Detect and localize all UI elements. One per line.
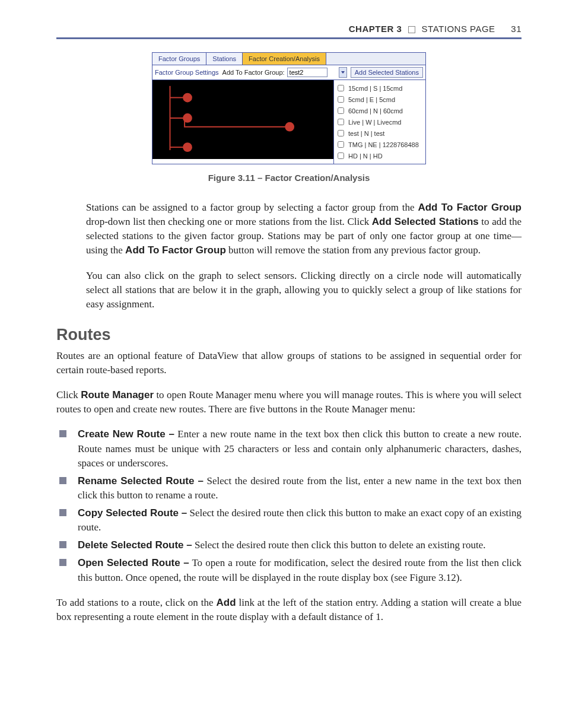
- station-label: 5cmd | E | 5cmd: [348, 96, 395, 103]
- station-label: test | N | test: [348, 130, 384, 137]
- list-item-title: Delete Selected Route –: [78, 539, 192, 551]
- tab-factor-creation-analysis[interactable]: Factor Creation/Analysis: [243, 53, 326, 65]
- station-row: 5cmd | E | 5cmd: [335, 94, 424, 105]
- list-item: Copy Selected Route – Select the desired…: [56, 506, 522, 535]
- paragraph: To add stations to a route, click on the…: [56, 596, 522, 624]
- tab-stations[interactable]: Stations: [206, 53, 243, 65]
- bullet-list: Create New Route – Enter a new route nam…: [56, 427, 522, 584]
- svg-point-0: [183, 93, 192, 103]
- bullet-square-icon: [59, 509, 66, 516]
- dropdown-arrow-icon[interactable]: [339, 67, 347, 78]
- svg-point-3: [183, 142, 192, 152]
- text: button will remove the station from any …: [226, 244, 481, 256]
- station-row: TMG | NE | 1228768488: [335, 139, 424, 150]
- station-label: 60cmd | N | 60cmd: [348, 107, 403, 115]
- figure-toolbar: Factor Group Settings Add To Factor Grou…: [152, 65, 425, 80]
- station-checkbox[interactable]: [338, 96, 344, 103]
- paragraph: Routes are an optional feature of DataVi…: [56, 349, 522, 377]
- list-item-title: Open Selected Route –: [78, 557, 189, 568]
- text: drop-down list then checking one or more…: [86, 216, 372, 227]
- station-label: 15cmd | S | 15cmd: [348, 85, 402, 92]
- bullet-square-icon: [59, 541, 66, 548]
- bold-term: Route Manager: [81, 389, 154, 400]
- list-item: Open Selected Route – To open a route fo…: [56, 556, 522, 584]
- text: Stations can be assigned to a factor gro…: [86, 202, 418, 213]
- figure-screenshot: Factor Groups Stations Factor Creation/A…: [152, 52, 426, 164]
- station-label: Live | W | Livecmd: [348, 119, 401, 126]
- station-checkbox[interactable]: [338, 107, 344, 114]
- list-item-title: Create New Route –: [78, 428, 174, 440]
- svg-point-2: [285, 122, 294, 132]
- list-item: Rename Selected Route – Select the desir…: [56, 474, 522, 503]
- bullet-square-icon: [59, 559, 66, 566]
- station-row: 15cmd | S | 15cmd: [335, 82, 424, 94]
- station-row: 60cmd | N | 60cmd: [335, 105, 424, 116]
- station-row: test | N | test: [335, 128, 424, 139]
- toolbar-link[interactable]: Factor Group Settings: [155, 69, 219, 76]
- factor-graph[interactable]: [152, 80, 333, 159]
- bullet-square-icon: [59, 430, 66, 437]
- header-box-icon: [408, 26, 415, 33]
- text: To add stations to a route, click on the: [56, 597, 216, 608]
- bold-term: Add To Factor Group: [418, 202, 522, 213]
- add-selected-stations-button[interactable]: Add Selected Stations: [351, 67, 423, 78]
- tab-factor-groups[interactable]: Factor Groups: [152, 53, 206, 65]
- factor-group-select[interactable]: [287, 68, 327, 77]
- list-item: Delete Selected Route – Select the desir…: [56, 538, 522, 552]
- station-checkbox[interactable]: [338, 119, 344, 125]
- list-item: Create New Route – Enter a new route nam…: [56, 427, 522, 470]
- station-label: TMG | NE | 1228768488: [348, 141, 419, 148]
- paragraph: Stations can be assigned to a factor gro…: [86, 201, 522, 258]
- figure-caption: Figure 3.11 – Factor Creation/Analysis: [56, 173, 522, 183]
- bullet-square-icon: [59, 477, 66, 484]
- station-checkbox[interactable]: [338, 130, 344, 136]
- bold-term: Add: [216, 597, 236, 608]
- running-header: CHAPTER 3 STATIONS PAGE 31: [56, 24, 522, 34]
- station-label: HD | N | HD: [348, 152, 383, 160]
- list-item-title: Rename Selected Route –: [78, 475, 203, 487]
- header-rule: [56, 37, 522, 39]
- station-checkbox[interactable]: [338, 85, 344, 91]
- svg-point-1: [183, 113, 192, 123]
- bold-term: Add To Factor Group: [125, 244, 226, 256]
- list-item-title: Copy Selected Route –: [78, 507, 187, 519]
- text: Click: [56, 389, 81, 400]
- toolbar-label: Add To Factor Group:: [222, 69, 285, 76]
- station-checkbox[interactable]: [338, 141, 344, 148]
- section-label: STATIONS PAGE: [422, 24, 495, 34]
- figure-tabs: Factor Groups Stations Factor Creation/A…: [152, 53, 425, 65]
- section-heading-routes: Routes: [56, 326, 522, 344]
- bold-term: Add Selected Stations: [372, 216, 479, 227]
- list-item-text: Select the desired route then click this…: [192, 539, 486, 551]
- paragraph: You can also click on the graph to selec…: [86, 269, 522, 311]
- graph-svg: [152, 80, 333, 158]
- station-row: Live | W | Livecmd: [335, 116, 424, 128]
- station-checkbox[interactable]: [338, 152, 344, 159]
- station-list: 15cmd | S | 15cmd 5cmd | E | 5cmd 60cmd …: [333, 80, 425, 164]
- page-number: 31: [511, 24, 522, 34]
- station-row: HD | N | HD: [335, 150, 424, 161]
- paragraph: Click Route Manager to open Route Manage…: [56, 388, 522, 417]
- chapter-label: CHAPTER 3: [349, 24, 402, 34]
